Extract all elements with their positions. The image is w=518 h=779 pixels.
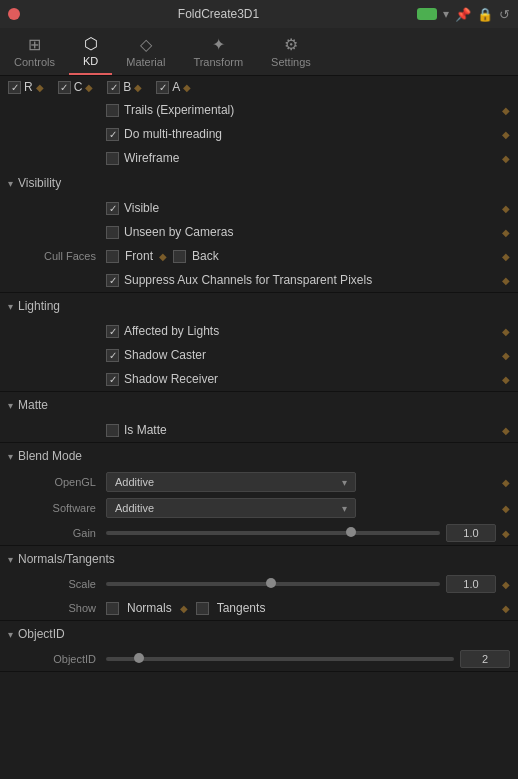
b-checkbox[interactable] <box>107 81 120 94</box>
gain-slider-row: 1.0 <box>106 524 496 542</box>
opengl-label: OpenGL <box>16 476 106 488</box>
r-diamond: ◆ <box>36 82 44 93</box>
suppress-value: Suppress Aux Channels for Transparent Pi… <box>106 273 510 287</box>
cull-faces-label: Cull Faces <box>16 250 106 262</box>
scale-slider-thumb[interactable] <box>266 578 276 588</box>
sr-checkbox[interactable] <box>106 373 119 386</box>
a-checkbox[interactable] <box>156 81 169 94</box>
wf-checkbox[interactable] <box>106 152 119 165</box>
tab-material[interactable]: ◇ Material <box>112 28 179 75</box>
gain-slider-thumb[interactable] <box>346 527 356 537</box>
tab-settings[interactable]: ⚙ Settings <box>257 28 325 75</box>
trails-row: Trails (Experimental) ◆ <box>0 98 518 122</box>
suppress-checkbox[interactable] <box>106 274 119 287</box>
scale-value[interactable]: 1.0 <box>446 575 496 593</box>
tab-controls[interactable]: ⊞ Controls <box>0 28 69 75</box>
opengl-dropdown[interactable]: Additive ▾ <box>106 472 356 492</box>
title-bar: FoldCreate3D1 ▾ 📌 🔒 ↺ <box>0 0 518 28</box>
shadow-receiver-row: Shadow Receiver ◆ <box>0 367 518 391</box>
gain-value[interactable]: 1.0 <box>446 524 496 542</box>
normals-chevron: ▾ <box>8 554 13 565</box>
objectid-slider-thumb[interactable] <box>134 653 144 663</box>
c-group: C ◆ <box>58 80 94 94</box>
chevron-down-icon[interactable]: ▾ <box>443 7 449 21</box>
scale-value-row: 1.0 ◆ <box>106 575 510 593</box>
objectid-row: ObjectID 2 <box>0 647 518 671</box>
visible-item: Visible <box>106 201 159 215</box>
matte-header[interactable]: ▾ Matte <box>0 392 518 418</box>
objectid-header[interactable]: ▾ ObjectID <box>0 621 518 647</box>
mt-item: Do multi-threading <box>106 127 222 141</box>
scale-slider-row: 1.0 <box>106 575 496 593</box>
matte-item: Is Matte <box>106 423 167 437</box>
status-indicator[interactable] <box>417 8 437 20</box>
tab-bar: ⊞ Controls ⬡ KD ◇ Material ✦ Transform ⚙… <box>0 28 518 76</box>
visible-value: Visible ◆ <box>106 201 510 215</box>
trails-label: Trails (Experimental) <box>124 103 234 117</box>
sc-value: Shadow Caster ◆ <box>106 348 510 362</box>
normals-checkbox[interactable] <box>106 602 119 615</box>
material-icon: ◇ <box>140 35 152 54</box>
scale-slider-track[interactable] <box>106 582 440 586</box>
visibility-section: ▾ Visibility Visible ◆ Unseen by Cameras <box>0 170 518 293</box>
affected-checkbox[interactable] <box>106 325 119 338</box>
lock-icon[interactable]: 🔒 <box>477 7 493 22</box>
back-radio[interactable] <box>173 250 186 263</box>
normals-label: Normals <box>127 601 172 615</box>
visibility-header[interactable]: ▾ Visibility <box>0 170 518 196</box>
objectid-value[interactable]: 2 <box>460 650 510 668</box>
scale-row: Scale 1.0 ◆ <box>0 572 518 596</box>
suppress-label: Suppress Aux Channels for Transparent Pi… <box>124 273 372 287</box>
tab-transform[interactable]: ✦ Transform <box>179 28 257 75</box>
sc-label: Shadow Caster <box>124 348 206 362</box>
tab-controls-label: Controls <box>14 56 55 68</box>
c-checkbox[interactable] <box>58 81 71 94</box>
lighting-section: ▾ Lighting Affected by Lights ◆ Shadow C… <box>0 293 518 392</box>
software-value-row: Additive ▾ ◆ <box>106 498 510 518</box>
sc-checkbox[interactable] <box>106 349 119 362</box>
visible-checkbox[interactable] <box>106 202 119 215</box>
software-dropdown-value: Additive <box>115 502 154 514</box>
blend-chevron: ▾ <box>8 451 13 462</box>
mt-checkbox[interactable] <box>106 128 119 141</box>
gain-slider-track[interactable] <box>106 531 440 535</box>
visible-label: Visible <box>124 201 159 215</box>
blend-title: Blend Mode <box>18 449 82 463</box>
tab-settings-label: Settings <box>271 56 311 68</box>
r-label: R <box>24 80 33 94</box>
mt-label: Do multi-threading <box>124 127 222 141</box>
unseen-row: Unseen by Cameras ◆ <box>0 220 518 244</box>
tab-kd[interactable]: ⬡ KD <box>69 28 112 75</box>
matte-checkbox[interactable] <box>106 424 119 437</box>
trails-checkbox[interactable] <box>106 104 119 117</box>
opengl-diamond: ◆ <box>502 477 510 488</box>
normals-header[interactable]: ▾ Normals/Tangents <box>0 546 518 572</box>
r-group: R ◆ <box>8 80 44 94</box>
pin-icon[interactable]: 📌 <box>455 7 471 22</box>
front-diamond: ◆ <box>159 251 167 262</box>
opengl-value-row: Additive ▾ ◆ <box>106 472 510 492</box>
matte-label: Is Matte <box>124 423 167 437</box>
tangents-checkbox[interactable] <box>196 602 209 615</box>
software-label: Software <box>16 502 106 514</box>
refresh-icon[interactable]: ↺ <box>499 7 510 22</box>
software-dropdown[interactable]: Additive ▾ <box>106 498 356 518</box>
sr-item: Shadow Receiver <box>106 372 218 386</box>
lighting-chevron: ▾ <box>8 301 13 312</box>
affected-label: Affected by Lights <box>124 324 219 338</box>
objectid-title: ObjectID <box>18 627 65 641</box>
r-checkbox[interactable] <box>8 81 21 94</box>
sc-item: Shadow Caster <box>106 348 206 362</box>
header-checkbox-row: R ◆ C ◆ B ◆ A ◆ <box>0 76 518 98</box>
close-button[interactable] <box>8 8 20 20</box>
blend-mode-header[interactable]: ▾ Blend Mode <box>0 443 518 469</box>
cull-faces-value: Front ◆ Back ◆ <box>106 249 510 263</box>
c-diamond: ◆ <box>85 82 93 93</box>
unseen-checkbox[interactable] <box>106 226 119 239</box>
show-label: Show <box>16 602 106 614</box>
mt-value: Do multi-threading ◆ <box>106 127 510 141</box>
gain-value-row: 1.0 ◆ <box>106 524 510 542</box>
objectid-slider-track[interactable] <box>106 657 454 661</box>
lighting-header[interactable]: ▾ Lighting <box>0 293 518 319</box>
front-radio[interactable] <box>106 250 119 263</box>
